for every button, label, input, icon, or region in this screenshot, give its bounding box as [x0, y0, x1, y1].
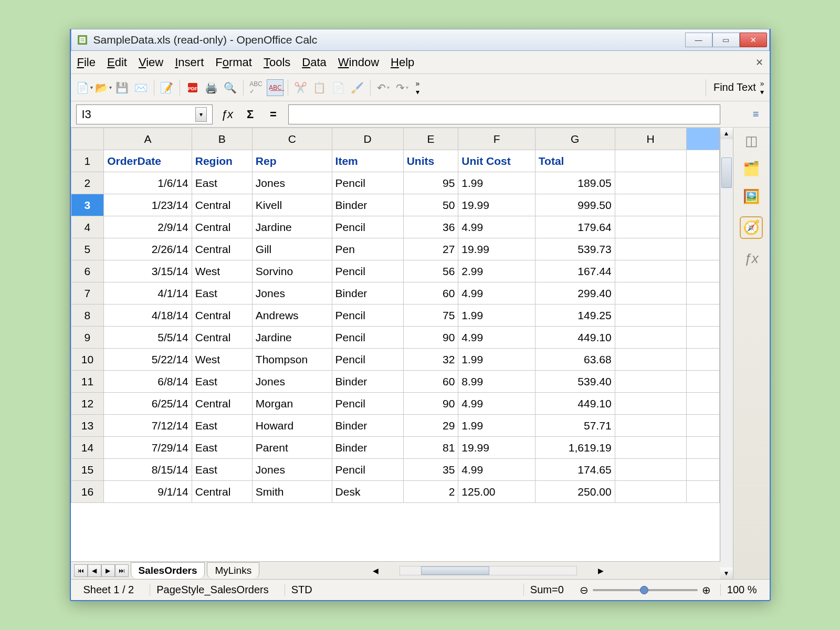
cell[interactable]: Gill	[252, 238, 332, 260]
status-sum[interactable]: Sum=0	[523, 584, 570, 596]
email-icon[interactable]: ✉️	[133, 79, 150, 96]
cell[interactable]	[686, 371, 719, 393]
cell[interactable]	[686, 194, 719, 216]
cell[interactable]	[615, 172, 686, 194]
cell[interactable]: Item	[332, 150, 403, 172]
export-pdf-icon[interactable]: PDF	[184, 79, 201, 96]
cell[interactable]	[686, 327, 719, 349]
cell[interactable]	[686, 172, 719, 194]
cell[interactable]: 539.40	[535, 371, 615, 393]
status-pagestyle[interactable]: PageStyle_SalesOrders	[150, 584, 275, 596]
cell[interactable]	[615, 238, 686, 260]
redo-icon[interactable]: ↷	[394, 79, 411, 96]
cell[interactable]: Kivell	[252, 194, 332, 216]
menu-help[interactable]: Help	[391, 56, 414, 69]
properties-icon[interactable]: ◫	[745, 133, 758, 149]
cell[interactable]: East	[192, 415, 252, 437]
close-button[interactable]: ✕	[740, 33, 767, 47]
horizontal-scrollbar[interactable]: ◀ ▶	[265, 566, 711, 575]
edit-file-icon[interactable]: 📝	[159, 79, 175, 96]
cell[interactable]: Howard	[252, 415, 332, 437]
cell[interactable]: 50	[403, 194, 458, 216]
cell[interactable]: OrderDate	[104, 150, 192, 172]
cell[interactable]: Central	[192, 481, 252, 503]
row-header[interactable]: 8	[71, 304, 104, 327]
menu-tools[interactable]: Tools	[264, 56, 290, 69]
tab-nav-first-icon[interactable]: ⏮	[74, 564, 88, 577]
col-header-g[interactable]: G	[535, 128, 615, 150]
cell[interactable]: East	[192, 371, 252, 393]
gallery-icon[interactable]: 🖼️	[743, 188, 760, 205]
hscroll-thumb[interactable]	[421, 566, 489, 575]
cell[interactable]: Jones	[252, 172, 332, 194]
cell[interactable]: Pencil	[332, 459, 403, 481]
navigator-icon[interactable]: 🧭	[740, 216, 763, 239]
cell[interactable]	[686, 238, 719, 260]
cell[interactable]: Andrews	[252, 304, 332, 327]
cell[interactable]: 1,619.19	[535, 437, 615, 459]
cell[interactable]	[686, 459, 719, 481]
cell[interactable]: East	[192, 459, 252, 481]
cell[interactable]: Jardine	[252, 216, 332, 238]
cell[interactable]: 5/5/14	[104, 327, 192, 349]
name-box[interactable]: I3 ▾	[76, 104, 213, 124]
cell[interactable]: Total	[535, 150, 615, 172]
cell[interactable]: Pencil	[332, 327, 403, 349]
preview-icon[interactable]: 🔍	[222, 79, 239, 96]
save-icon[interactable]: 💾	[114, 79, 131, 96]
row-header[interactable]: 5	[71, 238, 104, 260]
col-header-c[interactable]: C	[252, 128, 332, 150]
cell[interactable]	[686, 150, 719, 172]
toolbar-overflow-icon[interactable]: »▾	[760, 79, 764, 96]
zoom-in-icon[interactable]: ⊕	[702, 584, 711, 596]
cell[interactable]: 95	[403, 172, 458, 194]
status-mode[interactable]: STD	[285, 584, 319, 596]
row-header[interactable]: 16	[71, 481, 104, 503]
cell[interactable]	[615, 260, 686, 282]
cell[interactable]: Region	[192, 150, 252, 172]
cell[interactable]: 7/29/14	[104, 437, 192, 459]
print-icon[interactable]: 🖨️	[203, 79, 220, 96]
cell[interactable]: Pencil	[332, 172, 403, 194]
cell[interactable]	[615, 415, 686, 437]
menu-data[interactable]: Data	[302, 56, 326, 69]
vscroll-up-icon[interactable]: ▲	[720, 128, 733, 139]
cell[interactable]	[615, 437, 686, 459]
menu-file[interactable]: File	[77, 56, 96, 69]
col-header-b[interactable]: B	[192, 128, 252, 150]
cell[interactable]: 1.99	[458, 415, 536, 437]
cell[interactable]	[686, 304, 719, 327]
cell[interactable]: 19.99	[458, 238, 536, 260]
row-header[interactable]: 4	[71, 216, 104, 238]
maximize-button[interactable]: ▭	[712, 33, 740, 47]
cell[interactable]: 299.40	[535, 282, 615, 304]
cut-icon[interactable]: ✂️	[292, 79, 309, 96]
col-header-a[interactable]: A	[104, 128, 192, 150]
function-wizard-icon[interactable]: ƒx	[219, 106, 236, 123]
undo-icon[interactable]: ↶	[375, 79, 392, 96]
cell[interactable]: 27	[403, 238, 458, 260]
cell[interactable]: 90	[403, 393, 458, 415]
row-header[interactable]: 7	[71, 282, 104, 304]
vertical-scrollbar[interactable]: ▲ ▼	[720, 128, 733, 579]
cell[interactable]: 6/25/14	[104, 393, 192, 415]
row-header[interactable]: 10	[71, 349, 104, 371]
hscroll-right-icon[interactable]: ▶	[598, 566, 604, 575]
cell[interactable]: Jones	[252, 282, 332, 304]
row-header[interactable]: 11	[71, 371, 104, 393]
new-document-icon[interactable]: 📄	[76, 79, 93, 96]
cell[interactable]	[615, 327, 686, 349]
cell[interactable]: 19.99	[458, 194, 536, 216]
cell[interactable]: Thompson	[252, 349, 332, 371]
cell[interactable]	[615, 393, 686, 415]
cell[interactable]: 167.44	[535, 260, 615, 282]
cell[interactable]: Unit Cost	[458, 150, 536, 172]
align-right-icon[interactable]: ≡	[748, 106, 764, 123]
cell[interactable]: Central	[192, 216, 252, 238]
col-header-extra[interactable]	[686, 128, 719, 150]
format-paint-icon[interactable]: 🖌️	[349, 79, 366, 96]
cell[interactable]	[686, 481, 719, 503]
cell[interactable]: 60	[403, 371, 458, 393]
cell[interactable]: 57.71	[535, 415, 615, 437]
menu-view[interactable]: View	[139, 56, 163, 69]
